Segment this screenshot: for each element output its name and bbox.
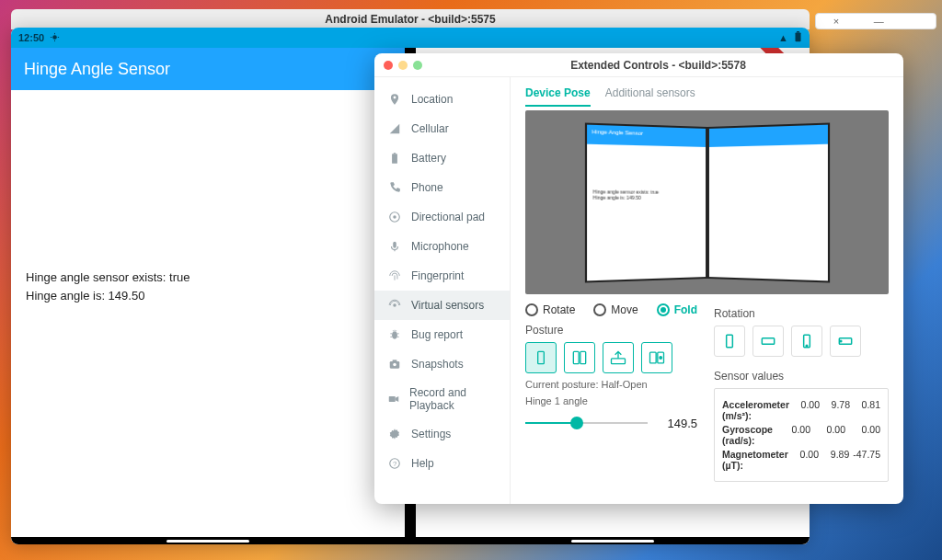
- android-statusbar: 12:50 ▲: [11, 28, 810, 48]
- ext-sidebar: Location Cellular Battery Phone Directio…: [374, 77, 511, 504]
- rotation-portrait[interactable]: [714, 326, 745, 357]
- posture-btn-open-flat[interactable]: [603, 342, 634, 373]
- svg-rect-17: [538, 351, 545, 363]
- current-posture: Current posture: Half-Open: [525, 379, 697, 390]
- hinge-value: 149.5: [657, 417, 697, 430]
- sidebar-item-virtual-sensors[interactable]: Virtual sensors: [374, 291, 510, 320]
- rotation-label: Rotation: [714, 307, 889, 320]
- sidebar-item-cellular[interactable]: Cellular: [374, 114, 510, 143]
- svg-rect-20: [612, 359, 626, 364]
- traffic-max[interactable]: [413, 61, 422, 70]
- sidebar-item-battery[interactable]: Battery: [374, 143, 510, 173]
- emulator-left-pane: Hinge Angle Sensor Hinge angle sensor ex…: [11, 48, 410, 544]
- sidebar-item-fingerprint[interactable]: Fingerprint: [374, 261, 510, 291]
- preview-left-screen: Hinge Angle Sensor Hinge angle sensor ex…: [584, 122, 706, 282]
- svg-rect-13: [389, 396, 396, 402]
- svg-point-0: [52, 35, 57, 40]
- posture-btn-halfopen[interactable]: [564, 342, 595, 373]
- svg-rect-24: [727, 335, 733, 347]
- sidebar-item-settings[interactable]: Settings: [374, 419, 510, 449]
- preview-right-screen: [707, 122, 830, 282]
- svg-point-6: [393, 215, 396, 219]
- sidebar-item-location[interactable]: Location: [374, 85, 510, 114]
- nav-handle[interactable]: [167, 540, 249, 543]
- sidebar-item-phone[interactable]: Phone: [374, 173, 510, 202]
- svg-rect-12: [393, 360, 397, 361]
- rotation-portrait-rev[interactable]: [791, 326, 822, 357]
- svg-rect-2: [797, 31, 799, 33]
- gear-icon: [387, 427, 402, 441]
- video-icon: [387, 392, 400, 406]
- camera-icon: [387, 357, 402, 371]
- ext-title: Extended Controls - <build>:5578: [422, 59, 894, 72]
- svg-point-29: [840, 340, 842, 342]
- svg-point-11: [393, 363, 396, 367]
- mode-radios: Rotate Move Fold: [525, 303, 697, 316]
- nav-handle[interactable]: [571, 540, 654, 543]
- bug-icon: [387, 327, 402, 342]
- svg-rect-21: [650, 352, 657, 363]
- tab-device-pose[interactable]: Device Pose: [525, 86, 591, 107]
- device-preview[interactable]: Hinge Angle Sensor Hinge angle sensor ex…: [525, 110, 889, 294]
- ext-titlebar[interactable]: Extended Controls - <build>:5578: [374, 53, 903, 77]
- ext-main: Device Pose Additional sensors Hinge Ang…: [511, 77, 903, 504]
- app-content: Hinge angle sensor exists: true Hinge an…: [11, 250, 405, 323]
- status-time: 12:50: [18, 32, 44, 43]
- emulator-title: Android Emulator - <build>:5575: [325, 13, 495, 26]
- svg-point-27: [806, 345, 808, 347]
- traffic-min[interactable]: [398, 61, 408, 70]
- app-bar: Hinge Angle Sensor: [11, 48, 405, 90]
- sensor-values-label: Sensor values: [714, 370, 889, 383]
- debug-icon: [50, 32, 60, 44]
- rotation-landscape-rev[interactable]: [830, 326, 861, 357]
- posture-btn-tabletop[interactable]: [641, 342, 672, 373]
- emulator-titlebar[interactable]: Android Emulator - <build>:5575: [11, 9, 810, 29]
- sidebar-item-help[interactable]: ?Help: [374, 449, 510, 478]
- minimize-button[interactable]: —: [874, 16, 884, 27]
- svg-point-9: [392, 332, 397, 339]
- posture-btn-closed[interactable]: [525, 342, 557, 373]
- svg-rect-19: [580, 351, 586, 363]
- signal-icon: ▲: [778, 32, 788, 43]
- svg-rect-3: [392, 154, 397, 164]
- fingerprint-icon: [387, 269, 402, 283]
- sensor-exists-line: Hinge angle sensor exists: true: [26, 269, 390, 287]
- close-button[interactable]: ×: [833, 16, 839, 27]
- hinge-label: Hinge 1 angle: [525, 395, 697, 406]
- tab-additional-sensors[interactable]: Additional sensors: [605, 86, 695, 107]
- sidebar-item-record[interactable]: Record and Playback: [374, 379, 510, 419]
- phone-icon: [387, 180, 402, 195]
- mic-icon: [387, 239, 402, 254]
- battery-icon: [387, 151, 402, 166]
- extended-controls-window: Extended Controls - <build>:5578 Locatio…: [374, 53, 903, 504]
- svg-rect-7: [393, 242, 396, 248]
- radio-fold[interactable]: Fold: [657, 303, 697, 316]
- app-title: Hinge Angle Sensor: [24, 60, 170, 79]
- dpad-icon: [387, 210, 402, 224]
- radio-move[interactable]: Move: [593, 303, 638, 316]
- svg-rect-25: [762, 338, 774, 345]
- posture-label: Posture: [525, 324, 697, 337]
- posture-buttons: [525, 342, 697, 373]
- help-icon: ?: [387, 456, 402, 471]
- radio-rotate[interactable]: Rotate: [525, 303, 575, 316]
- svg-point-8: [393, 303, 396, 307]
- sidebar-item-dpad[interactable]: Directional pad: [374, 202, 510, 232]
- traffic-close[interactable]: [384, 61, 393, 70]
- sidebar-item-bug-report[interactable]: Bug report: [374, 320, 510, 349]
- sensors-icon: [387, 298, 402, 313]
- hinge-angle-line: Hinge angle is: 149.50: [26, 287, 390, 305]
- battery-icon: [794, 31, 802, 44]
- sidebar-item-snapshots[interactable]: Snapshots: [374, 349, 510, 379]
- tabs: Device Pose Additional sensors: [525, 86, 889, 107]
- svg-rect-1: [796, 33, 801, 42]
- rotation-landscape[interactable]: [752, 326, 784, 357]
- svg-rect-18: [573, 351, 579, 363]
- sensor-values-box: Accelerometer (m/s²):0.009.780.81 Gyrosc…: [714, 388, 889, 482]
- svg-point-23: [660, 357, 662, 360]
- hinge-slider[interactable]: [525, 416, 648, 430]
- signal-icon: [387, 121, 402, 136]
- pin-icon: [387, 92, 402, 107]
- sidebar-item-microphone[interactable]: Microphone: [374, 232, 510, 261]
- window-buttons: × —: [815, 13, 936, 29]
